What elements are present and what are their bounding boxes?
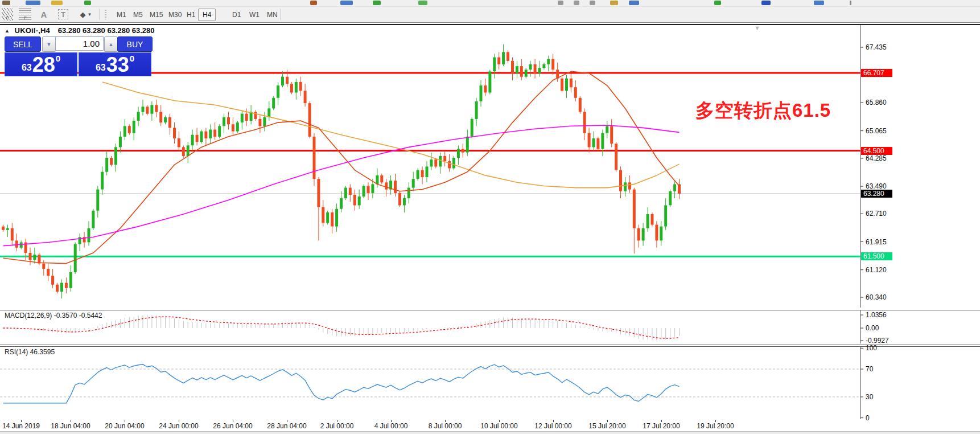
candle [507, 52, 509, 61]
timeframe-button-m5[interactable]: M5 [129, 9, 147, 21]
candle [385, 182, 388, 189]
timeframe-button-d1[interactable]: D1 [228, 9, 245, 21]
toolbar-divider [0, 22, 980, 23]
candle [128, 126, 131, 133]
partial-toolbar-icon[interactable] [850, 1, 851, 5]
time-label: 15 Jul 20:00 [588, 422, 625, 430]
candle [254, 112, 257, 119]
chevron-down-icon: ▼ [88, 12, 92, 17]
candle [647, 214, 649, 228]
candle [628, 182, 631, 189]
partial-toolbar-icon[interactable] [84, 1, 91, 5]
candle [583, 112, 586, 133]
candle [448, 161, 451, 168]
candle [660, 227, 662, 241]
candle [488, 71, 491, 92]
time-label: 10 Jul 00:00 [480, 422, 517, 430]
candle [511, 61, 514, 73]
candle [295, 82, 298, 93]
candle [426, 166, 429, 177]
timeframe-button-w1[interactable]: W1 [245, 9, 264, 21]
candle [615, 144, 617, 170]
equidistant-channel-icon[interactable]: E [2, 8, 13, 21]
chart-shift-marker-icon[interactable]: ▼ [754, 24, 760, 31]
arrow-tools-icon[interactable]: ◆▼ [77, 8, 94, 21]
partial-toolbar-icon[interactable] [2, 1, 10, 5]
candle [241, 114, 244, 123]
buy-price-whole: 63 [96, 63, 106, 73]
partial-toolbar-icon[interactable] [51, 1, 63, 5]
candle [493, 58, 496, 72]
candle [551, 59, 554, 70]
timeframe-button-m1[interactable]: M1 [112, 9, 131, 21]
candle [105, 158, 108, 172]
partial-toolbar-icon[interactable] [814, 1, 824, 5]
candle [484, 85, 487, 92]
time-label: 17 Jul 20:00 [643, 422, 680, 430]
candle [164, 117, 167, 122]
candle [137, 112, 140, 121]
partial-toolbar-icon[interactable] [310, 1, 317, 5]
candle [6, 228, 9, 230]
partial-toolbar-icon[interactable] [340, 1, 353, 5]
candle [313, 137, 316, 179]
price-tick-label: 67.435 [866, 43, 887, 51]
text-icon[interactable]: A [39, 8, 49, 21]
macd-chart[interactable] [0, 310, 980, 343]
partial-toolbar-icon[interactable] [418, 1, 427, 5]
candle [412, 179, 415, 188]
time-label: 18 Jun 04:00 [51, 422, 90, 430]
toolbar-grip[interactable] [105, 10, 106, 19]
partial-toolbar-icon[interactable] [629, 1, 639, 5]
fibonacci-icon[interactable]: F [19, 8, 31, 21]
ma-orange [102, 82, 680, 188]
candle [547, 59, 550, 64]
candle [299, 82, 302, 91]
partial-toolbar-icon[interactable] [714, 1, 721, 5]
candle [150, 105, 153, 114]
candle [232, 124, 234, 131]
candle [263, 117, 266, 126]
candle [353, 195, 356, 206]
text-label-icon[interactable]: T [58, 8, 68, 21]
volume-increase-button[interactable]: ▲ [104, 36, 118, 52]
volume-input[interactable] [55, 36, 104, 51]
partial-toolbar-icon[interactable] [373, 1, 381, 5]
candle [651, 214, 654, 225]
buy-button[interactable]: BUY [117, 36, 153, 52]
candle [380, 175, 383, 182]
candle [133, 121, 135, 133]
partial-toolbar-icon[interactable] [574, 1, 579, 5]
candle [281, 77, 284, 86]
chart-annotation-text: 多空转折点61.5 [695, 98, 831, 124]
timeframe-button-mn[interactable]: MN [262, 9, 282, 21]
volume-decrease-button[interactable]: ▼ [42, 36, 56, 52]
partial-toolbar-icon[interactable] [26, 1, 40, 5]
rsi-indicator-panel: RSI(14) 46.3595 10070300 [0, 346, 980, 421]
candle [430, 159, 433, 166]
partial-toolbar-icon[interactable] [590, 1, 595, 5]
candle [439, 156, 442, 167]
candle [574, 87, 577, 98]
rsi-chart[interactable] [0, 347, 980, 419]
time-label: 24 Jun 00:00 [159, 422, 198, 430]
partial-toolbar-icon[interactable] [610, 1, 618, 5]
candle [367, 186, 370, 193]
time-axis[interactable]: 14 Jun 201918 Jun 04:0020 Jun 04:0024 Ju… [0, 420, 980, 431]
timeframe-button-h4[interactable]: H4 [198, 9, 216, 21]
candle [619, 170, 622, 191]
sell-price-box[interactable]: 63 28 0 [5, 52, 77, 76]
partial-toolbar-icon[interactable] [761, 1, 771, 5]
candle [475, 101, 478, 119]
buy-price-box[interactable]: 63 33 0 [79, 52, 151, 76]
candle [60, 283, 63, 292]
sell-button[interactable]: SELL [5, 36, 41, 52]
candle [65, 283, 68, 288]
candle [642, 228, 645, 241]
timeframe-button-h1[interactable]: H1 [182, 9, 200, 21]
collapse-triangle-icon[interactable]: ▲ [5, 28, 10, 34]
candle [178, 138, 180, 148]
rsi-axis-label: 70 [866, 365, 873, 373]
partial-toolbar-icon[interactable] [558, 1, 563, 5]
candle [11, 228, 14, 241]
